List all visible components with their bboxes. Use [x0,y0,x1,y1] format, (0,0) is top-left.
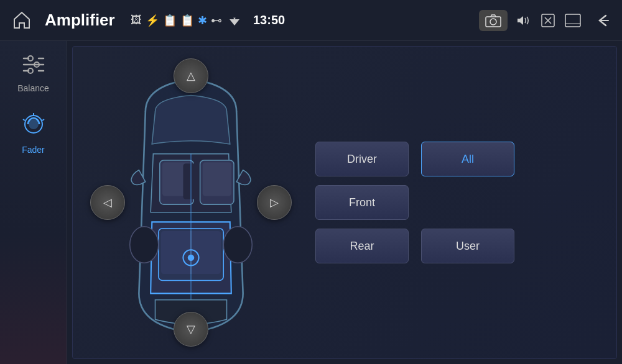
fader-icon [20,112,47,141]
svg-rect-24 [203,162,231,196]
key-icon: ⊷ [211,14,222,27]
svg-point-33 [223,227,252,263]
arrow-left-icon: ◁ [103,196,112,209]
back-button[interactable] [588,7,616,34]
fader-down-button[interactable]: ▽ [174,312,208,347]
svg-text:▼: ▼ [233,17,236,20]
user-button[interactable]: User [421,229,514,263]
secondary-buttons-col: All User [421,142,514,263]
volume-button[interactable] [513,11,534,30]
sidebar: Balance Fader [0,41,67,364]
arrow-down-icon: ▽ [187,322,195,336]
svg-line-19 [23,119,25,121]
header: Amplifier 🖼 ⚡ 📋 📋 ✱ ⊷ ▼ 13:50 [0,0,622,41]
sd-icon: 📋 [163,14,177,27]
arrow-right-icon: ▷ [270,196,279,209]
all-button[interactable]: All [421,142,514,176]
content-panel: △ ▽ ◁ ▷ Driver Front Rear All User [72,46,617,359]
driver-button[interactable]: Driver [315,142,409,176]
arrow-up-icon: △ [187,69,195,83]
car-svg [98,60,284,345]
close-button[interactable] [539,11,557,30]
usb-icon: ⚡ [146,14,159,27]
sd2-icon: 📋 [180,14,194,27]
sidebar-item-fader[interactable]: Fader [20,112,47,155]
fader-label: Fader [22,145,45,155]
balance-label: Balance [17,83,49,93]
main-content: Balance Fader [0,41,622,364]
car-diagram: △ ▽ ◁ ▷ [85,53,297,352]
balance-left-button[interactable]: ◁ [90,185,125,220]
clock: 13:50 [253,13,285,27]
svg-rect-5 [565,14,580,27]
home-button[interactable] [6,5,37,36]
sidebar-item-balance[interactable]: Balance [17,53,49,93]
screen-button[interactable] [562,11,583,30]
bluetooth-icon: ✱ [198,14,207,27]
status-icons: 🖼 ⚡ 📋 📋 ✱ ⊷ ▼ 13:50 [131,13,474,27]
svg-point-17 [29,119,39,129]
svg-line-20 [42,119,44,121]
svg-point-32 [130,227,159,263]
camera-button[interactable] [479,10,508,31]
svg-point-3 [490,19,496,25]
page-title: Amplifier [45,11,126,30]
preset-controls: Driver Front Rear All User [315,142,514,263]
fader-up-button[interactable]: △ [174,58,208,93]
front-button[interactable]: Front [315,185,409,220]
wifi-icon: ▼ [226,14,243,27]
rear-button[interactable]: Rear [315,229,409,263]
header-controls [479,7,616,34]
main-buttons-col: Driver Front Rear [315,142,409,263]
image-icon: 🖼 [131,14,142,27]
balance-icon [20,53,47,80]
balance-right-button[interactable]: ▷ [257,185,292,220]
